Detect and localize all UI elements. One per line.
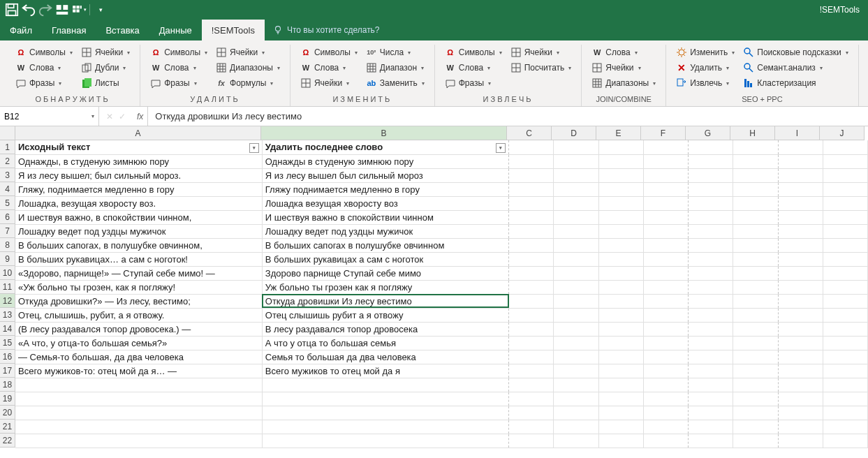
- detect-cells-button[interactable]: Ячейки▾: [77, 45, 134, 60]
- cell[interactable]: [733, 294, 778, 308]
- cell[interactable]: [509, 252, 554, 266]
- cell[interactable]: В больших рукавицах а сам с ноготок: [262, 252, 508, 266]
- cell[interactable]: [554, 336, 598, 350]
- cell[interactable]: [643, 168, 688, 182]
- cell[interactable]: [598, 182, 643, 196]
- cell[interactable]: [643, 266, 688, 280]
- tell-me-search[interactable]: Что вы хотите сделать?: [265, 24, 388, 36]
- cell[interactable]: [554, 238, 598, 252]
- cell[interactable]: [509, 224, 554, 238]
- cell[interactable]: [262, 406, 508, 420]
- cell[interactable]: Лошадку ведет под уздцы мужичок: [15, 224, 262, 238]
- row-header[interactable]: 6: [0, 210, 15, 224]
- cell[interactable]: [643, 294, 688, 308]
- cell[interactable]: [554, 378, 598, 392]
- cell[interactable]: [509, 210, 554, 224]
- cell[interactable]: [823, 392, 867, 406]
- cell[interactable]: Гляжу, поднимается медленно в гору: [15, 182, 262, 196]
- cell[interactable]: Отец слышишь рубит а я отвожу: [262, 308, 508, 322]
- delete-ranges-button[interactable]: Диапазоны▾: [212, 60, 284, 75]
- cell[interactable]: [598, 392, 643, 406]
- formula-bar[interactable]: Откуда дровишки Из лесу вестимо: [148, 111, 868, 121]
- cell[interactable]: [598, 308, 643, 322]
- cell[interactable]: Лошадка везущая хворосту воз: [262, 196, 508, 210]
- about-links-button[interactable]: Ссылки▾: [865, 45, 868, 60]
- cell[interactable]: [778, 238, 823, 252]
- cell[interactable]: [823, 252, 867, 266]
- cell[interactable]: [509, 238, 554, 252]
- detect-words-button[interactable]: WСлова▾: [11, 60, 77, 75]
- cell[interactable]: [554, 406, 598, 420]
- column-header[interactable]: B: [261, 126, 507, 140]
- column-header[interactable]: F: [641, 126, 686, 140]
- cell[interactable]: [509, 350, 554, 364]
- cell[interactable]: Однажды, в студеную зимнюю пору: [15, 154, 262, 168]
- cell[interactable]: [823, 294, 867, 308]
- row-header[interactable]: 3: [0, 168, 15, 182]
- cell[interactable]: [689, 322, 733, 336]
- cell[interactable]: [778, 350, 823, 364]
- cell[interactable]: [778, 168, 823, 182]
- cell[interactable]: [598, 280, 643, 294]
- cell[interactable]: [598, 378, 643, 392]
- cell[interactable]: [778, 434, 823, 448]
- seo-cluster-button[interactable]: Кластеризация: [739, 75, 853, 91]
- tab-semtools[interactable]: !SEMTools: [202, 20, 265, 40]
- cell[interactable]: [823, 266, 867, 280]
- seo-semant-button[interactable]: Семант.анализ▾: [739, 60, 853, 75]
- row-header[interactable]: 10: [0, 266, 15, 280]
- filter-dropdown-icon[interactable]: ▾: [496, 143, 506, 153]
- row-header[interactable]: 2: [0, 154, 15, 168]
- extract-phrases-button[interactable]: Фразы▾: [441, 75, 506, 91]
- cell[interactable]: [554, 224, 598, 238]
- column-header[interactable]: G: [686, 126, 730, 140]
- cell[interactable]: В больших сапогах, в полушубке овчинном,: [15, 238, 262, 252]
- cell[interactable]: Семья то большая да два человека: [262, 350, 508, 364]
- cell[interactable]: Откуда дровишки Из лесу вестимо: [262, 294, 508, 308]
- cell[interactable]: [778, 294, 823, 308]
- extract-cells-button[interactable]: Ячейки▾: [506, 45, 576, 60]
- row-header[interactable]: 18: [0, 378, 15, 392]
- cell[interactable]: [689, 434, 733, 448]
- cell[interactable]: [643, 322, 688, 336]
- cell[interactable]: [598, 420, 643, 434]
- qat-icon-2[interactable]: ▾: [71, 2, 87, 17]
- cell[interactable]: [689, 224, 733, 238]
- cell[interactable]: [733, 182, 778, 196]
- cell[interactable]: Я из лесу вышел был сильный мороз: [262, 168, 508, 182]
- cell[interactable]: [509, 392, 554, 406]
- extract-count-button[interactable]: Посчитать▾: [506, 60, 576, 75]
- extract-words-button[interactable]: WСлова▾: [441, 60, 506, 75]
- cell[interactable]: В лесу раздавался топор дровосека: [262, 322, 508, 336]
- cell[interactable]: [778, 406, 823, 420]
- cell[interactable]: [823, 196, 867, 210]
- extract-symbols-button[interactable]: ΩСимволы▾: [441, 45, 506, 60]
- cell[interactable]: [598, 266, 643, 280]
- cell[interactable]: [643, 210, 688, 224]
- cells-area[interactable]: Исходный текст▾Удалить последнее слово▾О…: [15, 140, 868, 452]
- row-header[interactable]: 22: [0, 434, 15, 448]
- cell[interactable]: [643, 336, 688, 350]
- cell[interactable]: [643, 140, 688, 154]
- cell[interactable]: [778, 224, 823, 238]
- cell[interactable]: [598, 336, 643, 350]
- cell[interactable]: [554, 266, 598, 280]
- cell[interactable]: [554, 350, 598, 364]
- cell[interactable]: [778, 196, 823, 210]
- cell[interactable]: [689, 238, 733, 252]
- cell[interactable]: [689, 336, 733, 350]
- cell[interactable]: [509, 168, 554, 182]
- cell[interactable]: [15, 420, 262, 434]
- cell[interactable]: [733, 308, 778, 322]
- cell[interactable]: [554, 154, 598, 168]
- cell[interactable]: «Здорово, парнище!» — Ступай себе мимо! …: [15, 266, 262, 280]
- cell[interactable]: [689, 154, 733, 168]
- cell[interactable]: [509, 420, 554, 434]
- cell[interactable]: [15, 434, 262, 448]
- cell[interactable]: [598, 294, 643, 308]
- cell[interactable]: [598, 406, 643, 420]
- cell[interactable]: [643, 350, 688, 364]
- cell[interactable]: Всего мужиков-то: отец мой да я… —: [15, 364, 262, 378]
- cell[interactable]: [643, 154, 688, 168]
- cell[interactable]: [823, 322, 867, 336]
